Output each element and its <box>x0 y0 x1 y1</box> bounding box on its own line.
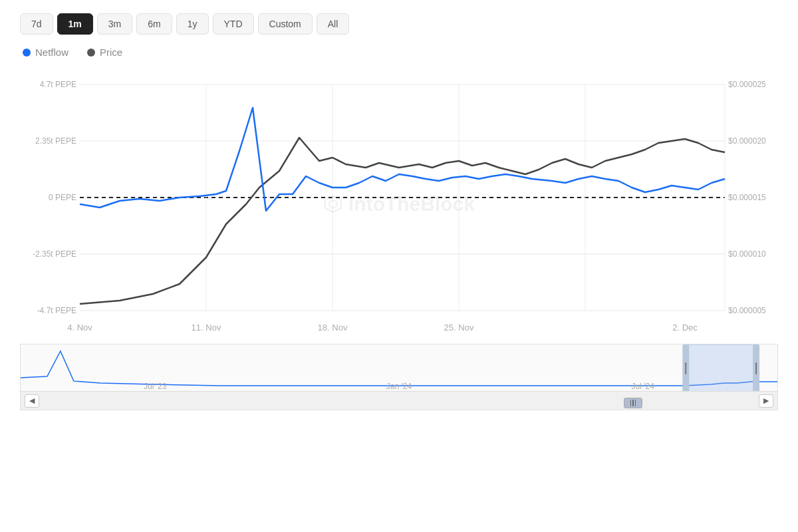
chart-svg: 4.7t PEPE 2.35t PEPE 0 PEPE -2.35t PEPE … <box>20 65 778 344</box>
mini-chart-container: Jul '23 Jan '24 Jul '24 ◀ ▶ <box>20 344 778 410</box>
svg-text:$0.000025: $0.000025 <box>728 80 766 89</box>
svg-text:$0.000005: $0.000005 <box>728 306 766 315</box>
nav-left-arrow[interactable]: ◀ <box>25 394 39 408</box>
svg-text:$0.000020: $0.000020 <box>728 136 766 146</box>
svg-text:11. Nov: 11. Nov <box>192 323 221 332</box>
time-btn-1y[interactable]: 1y <box>176 13 209 35</box>
legend-price-label: Price <box>100 47 122 58</box>
time-btn-3m[interactable]: 3m <box>97 13 132 35</box>
mini-label-jul23: Jul '23 <box>144 382 166 391</box>
main-container: 7d1m3m6m1yYTDCustomAll Netflow Price Int… <box>0 0 798 532</box>
time-btn-custom[interactable]: Custom <box>258 13 313 35</box>
legend-netflow: Netflow <box>23 47 68 58</box>
svg-text:4.7t PEPE: 4.7t PEPE <box>40 80 76 89</box>
nav-right-arrow[interactable]: ▶ <box>759 394 773 408</box>
svg-text:$0.000010: $0.000010 <box>728 249 766 259</box>
time-range-bar: 7d1m3m6m1yYTDCustomAll <box>20 13 778 35</box>
time-btn-6m[interactable]: 6m <box>136 13 172 35</box>
svg-text:2. Dec: 2. Dec <box>672 323 698 332</box>
price-dot <box>87 49 95 57</box>
svg-text:$0.000015: $0.000015 <box>728 193 766 202</box>
mini-center-handle[interactable] <box>624 398 642 408</box>
ch-line-1 <box>630 400 632 406</box>
svg-text:0 PEPE: 0 PEPE <box>49 193 76 202</box>
legend: Netflow Price <box>23 47 778 58</box>
ch-line-3 <box>635 400 636 406</box>
svg-text:-4.7t PEPE: -4.7t PEPE <box>37 306 76 315</box>
time-btn-1m[interactable]: 1m <box>57 13 93 35</box>
time-btn-7d[interactable]: 7d <box>20 13 53 35</box>
mini-chart-inner: Jul '23 Jan '24 Jul '24 ◀ ▶ <box>21 344 777 410</box>
legend-price: Price <box>87 47 122 58</box>
time-btn-all[interactable]: All <box>317 13 350 35</box>
mini-x-labels: Jul '23 Jan '24 Jul '24 <box>21 382 777 391</box>
mini-nav-bar: ◀ ▶ <box>21 391 777 410</box>
mini-label-jul24: Jul '24 <box>632 382 654 391</box>
mini-label-jan24: Jan '24 <box>386 382 412 391</box>
svg-text:4. Nov: 4. Nov <box>67 323 92 332</box>
svg-text:2.35t PEPE: 2.35t PEPE <box>35 136 76 146</box>
svg-text:-2.35t PEPE: -2.35t PEPE <box>33 249 76 259</box>
svg-text:18. Nov: 18. Nov <box>318 323 348 332</box>
main-chart: IntoTheBlock 4.7t PEPE 2.35t PEPE 0 PEPE… <box>20 65 778 344</box>
ch-line-2 <box>632 400 634 406</box>
svg-text:25. Nov: 25. Nov <box>444 323 474 332</box>
legend-netflow-label: Netflow <box>35 47 68 58</box>
netflow-dot <box>23 49 31 57</box>
time-btn-ytd[interactable]: YTD <box>213 13 254 35</box>
